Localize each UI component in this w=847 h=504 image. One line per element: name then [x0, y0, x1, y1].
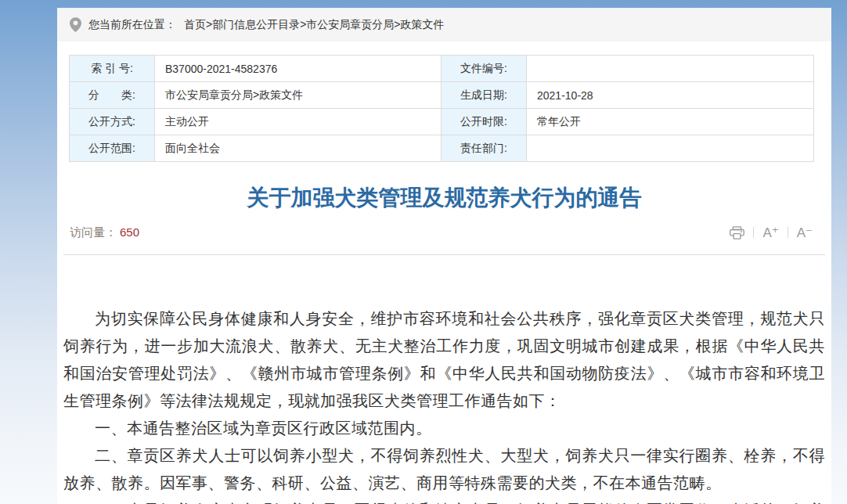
meta-value-index-no: B37000-2021-4582376 — [155, 56, 442, 82]
print-button[interactable] — [730, 226, 744, 239]
meta-label-category: 分 类: — [70, 82, 155, 109]
content-panel: 您当前所在位置： 首页>部门信息公开目录>市公安局章贡分局>政策文件 索 引 号… — [57, 8, 831, 504]
article-body: 为切实保障公民身体健康和人身安全，维护市容环境和社会公共秩序，强化章贡区犬类管理… — [57, 305, 831, 504]
meta-label-disclosure-period: 公开时限: — [442, 109, 527, 135]
meta-value-disclosure-method: 主动公开 — [155, 109, 442, 135]
toolbar-divider — [753, 227, 754, 238]
meta-value-category: 市公安局章贡分局>政策文件 — [155, 82, 442, 109]
meta-label-index-no: 索 引 号: — [70, 56, 155, 82]
document-meta-table: 索 引 号: B37000-2021-4582376 文件编号: 分 类: 市公… — [69, 55, 814, 162]
meta-value-disclosure-period: 常年公开 — [527, 109, 814, 135]
article-info-row: 访问量：650 A⁺ A⁻ — [57, 223, 831, 242]
meta-label-disclosure-scope: 公开范围: — [70, 135, 155, 162]
breadcrumb: 您当前所在位置： 首页>部门信息公开目录>市公安局章贡分局>政策文件 — [57, 8, 831, 41]
page-title: 关于加强犬类管理及规范养犬行为的通告 — [57, 184, 831, 212]
meta-value-disclosure-scope: 面向全社会 — [155, 135, 442, 162]
paragraph-item-1: 一、本通告整治区域为章贡区行政区域范围内。 — [63, 415, 825, 442]
article-toolbar: A⁺ A⁻ — [730, 226, 813, 239]
meta-label-disclosure-method: 公开方式: — [70, 109, 155, 135]
meta-label-responsible-dept: 责任部门: — [442, 135, 527, 162]
printer-icon — [730, 226, 744, 239]
meta-value-responsible-dept — [527, 135, 814, 162]
meta-label-date: 生成日期: — [442, 82, 527, 109]
paragraph-intro: 为切实保障公民身体健康和人身安全，维护市容环境和社会公共秩序，强化章贡区犬类管理… — [63, 305, 825, 415]
font-increase-button[interactable]: A⁺ — [762, 226, 778, 239]
header-divider — [63, 254, 825, 255]
table-row: 分 类: 市公安局章贡分局>政策文件 生成日期: 2021-10-28 — [70, 82, 814, 109]
paragraph-item-2: 二、章贡区养犬人士可以饲养小型犬，不得饲养烈性犬、大型犬，饲养犬只一律实行圈养、… — [63, 442, 825, 497]
table-row: 公开范围: 面向全社会 责任部门: — [70, 135, 814, 162]
breadcrumb-label: 您当前所在位置： — [88, 18, 176, 32]
visits-count: 650 — [120, 225, 139, 239]
font-decrease-button[interactable]: A⁻ — [797, 226, 813, 239]
meta-value-date: 2021-10-28 — [527, 82, 814, 109]
toolbar-divider — [788, 227, 788, 238]
visits-label: 访问量： — [70, 225, 117, 239]
meta-value-doc-no — [527, 56, 814, 82]
paragraph-item-3: 三、犬只饲养人应当文明饲养犬只，不得虐待和遗弃犬只，饲养犬只干扰他人正常工作、生… — [63, 497, 825, 504]
location-pin-icon — [70, 17, 81, 32]
breadcrumb-path[interactable]: 首页>部门信息公开目录>市公安局章贡分局>政策文件 — [184, 18, 445, 32]
table-row: 公开方式: 主动公开 公开时限: 常年公开 — [70, 109, 814, 135]
visit-counter: 访问量：650 — [70, 225, 139, 240]
table-row: 索 引 号: B37000-2021-4582376 文件编号: — [70, 56, 814, 82]
meta-label-doc-no: 文件编号: — [442, 56, 527, 82]
